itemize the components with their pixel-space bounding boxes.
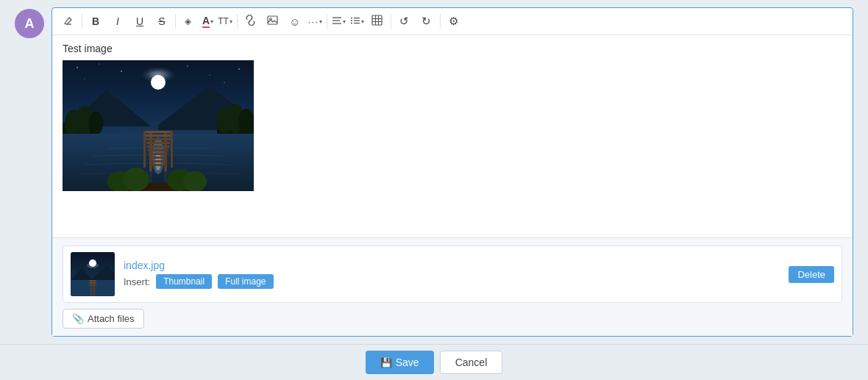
settings-icon: ⚙ [449,15,458,28]
eraser-button[interactable] [58,11,79,32]
svg-rect-38 [171,131,173,168]
more-icon: ··· [308,16,319,27]
bold-button[interactable]: B [85,11,106,32]
save-icon: 💾 [380,357,392,368]
emoji-button[interactable]: ☺ [285,11,305,32]
svg-point-42 [123,168,149,191]
svg-rect-25 [145,131,171,133]
font-size-button[interactable]: TT ▾ [216,11,234,32]
table-button[interactable] [367,11,388,32]
svg-rect-31 [149,153,168,155]
svg-rect-63 [89,284,96,286]
align-arrow: ▾ [343,18,346,25]
editor-container: B I U S ◈ [51,7,853,337]
editor-text: Test image [63,43,842,54]
svg-point-3 [351,17,352,18]
eraser-icon [63,15,74,28]
svg-point-51 [85,79,85,79]
attachment-item: index.jpg Insert: Thumbnail Full image D… [63,245,842,303]
svg-rect-37 [143,131,146,168]
svg-text:◈: ◈ [185,16,192,26]
editor-content[interactable]: Test image [52,35,853,237]
svg-rect-6 [372,15,382,25]
separator-2 [175,14,176,29]
editor-toolbar: B I U S ◈ [52,8,853,35]
insert-label: Insert: [124,276,150,287]
svg-rect-61 [89,280,96,282]
svg-rect-27 [146,138,171,140]
list-button[interactable]: ▾ [349,11,366,32]
separator-6 [440,14,441,29]
thumbnail-button[interactable]: Thumbnail [156,274,212,289]
font-color-button[interactable]: A ▾ [201,11,215,32]
font-color-icon: A [202,15,210,28]
svg-rect-34 [150,164,166,166]
redo-icon: ↻ [421,15,431,28]
redo-button[interactable]: ↻ [416,11,437,32]
svg-point-15 [88,112,103,135]
svg-point-9 [151,75,166,90]
svg-point-19 [238,109,254,134]
svg-point-50 [238,68,240,70]
svg-rect-33 [150,160,166,162]
editor-image [63,60,254,191]
svg-point-47 [121,71,122,72]
save-button[interactable]: 💾 Save [366,351,434,374]
more-arrow: ▾ [319,18,322,25]
save-label: Save [396,356,419,368]
emoji-icon: ☺ [289,15,300,28]
bottom-bar: 💾 Save Cancel [0,344,868,380]
svg-rect-1 [268,16,277,24]
strikethrough-icon: S [158,15,165,27]
link-icon [245,15,256,28]
svg-rect-62 [89,282,96,284]
svg-rect-28 [146,142,170,144]
attachment-actions: Insert: Thumbnail Full image [124,274,780,289]
attachment-filename: index.jpg [124,259,780,271]
fullimage-button[interactable]: Full image [218,274,273,289]
image-icon [267,15,278,28]
table-icon [371,15,383,28]
underline-button[interactable]: U [129,11,150,32]
svg-rect-32 [149,157,167,159]
strikethrough-button[interactable]: S [152,11,172,32]
undo-icon: ↺ [399,15,409,28]
attachment-thumbnail [71,252,115,296]
svg-rect-30 [148,149,168,151]
delete-button[interactable]: Delete [789,266,834,283]
attachment-info: index.jpg Insert: Thumbnail Full image [124,259,780,289]
attachment-area: index.jpg Insert: Thumbnail Full image D… [52,237,853,336]
undo-button[interactable]: ↺ [394,11,415,32]
svg-rect-26 [145,135,171,137]
cancel-button[interactable]: Cancel [440,351,503,374]
font-color-arrow: ▾ [210,18,213,25]
svg-point-4 [351,20,352,21]
svg-point-44 [183,171,207,191]
separator-5 [391,14,391,29]
svg-point-45 [77,67,78,68]
link-button[interactable] [241,11,261,32]
attach-files-label: Attach files [88,313,135,324]
separator-4 [327,14,327,29]
font-size-arrow: ▾ [230,18,232,25]
list-arrow: ▾ [361,18,364,25]
underline-icon: U [136,15,143,27]
svg-point-55 [87,262,99,268]
align-icon [332,15,342,28]
highlight-icon: ◈ [184,15,194,28]
separator-1 [82,14,82,29]
svg-point-49 [209,74,210,75]
settings-button[interactable]: ⚙ [444,11,464,32]
highlight-button[interactable]: ◈ [179,11,199,32]
svg-rect-29 [147,146,169,148]
avatar-letter: A [25,16,35,32]
align-button[interactable]: ▾ [330,11,347,32]
font-size-icon: TT [218,16,229,26]
svg-point-5 [351,22,352,24]
svg-point-52 [224,82,224,82]
image-button[interactable] [263,11,283,32]
more-button[interactable]: ··· ▾ [307,11,324,32]
attach-files-button[interactable]: 📎 Attach files [63,309,144,329]
bold-icon: B [92,15,99,27]
italic-button[interactable]: I [107,11,128,32]
